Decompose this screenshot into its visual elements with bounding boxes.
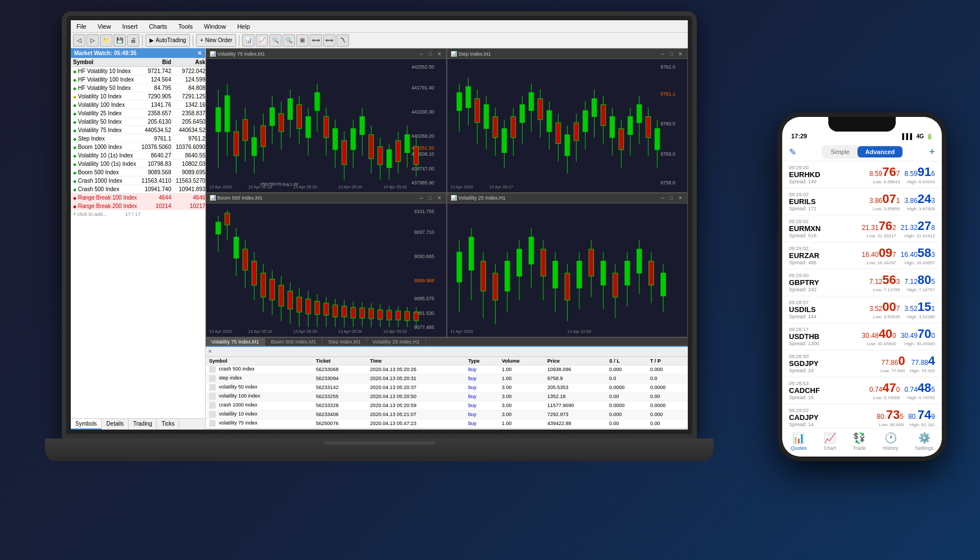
market-row[interactable]: ◆ Range Break 200 Index 10214 10217 [71, 202, 205, 210]
trade-tp: 0.00 [647, 419, 688, 428]
chart-tab-step[interactable]: Step Index,M1 [323, 338, 367, 346]
market-row[interactable]: ◆ Boom 500 Index 9089.568 9089.695 [71, 168, 205, 177]
trade-close-btn[interactable]: ✕ [208, 349, 212, 354]
tab-details[interactable]: Details [102, 419, 129, 430]
market-row[interactable]: ◆ Volatility 100 Index 1341.76 1342.16 [71, 101, 205, 109]
ask-large: 91 [918, 165, 931, 179]
market-row[interactable]: ◆ Volatility 10 Index 7290.905 7291.125 [71, 92, 205, 101]
toolbar-save[interactable]: 💾 [114, 34, 126, 47]
autotrade-btn[interactable]: ▶ AutoTrading [146, 34, 190, 47]
toolbar-zoom1[interactable]: ⟺ [310, 34, 322, 47]
quote-row[interactable]: 09:29:00 GBPTRY Spread: 242 7.12 56 3 Lo… [782, 269, 942, 296]
trade-row[interactable]: volatility 75 index 56250076 2020.04.13 … [206, 419, 688, 428]
market-row[interactable]: ◆ Crash 1000 Index 11563.4110 11563.5270 [71, 177, 205, 185]
quote-row[interactable]: 09:29:02 CADJPY Spread: 14 80. 73 5 Low:… [782, 404, 942, 428]
market-row[interactable]: ◆ HF Volatility 100 Index 124.564 124.59… [71, 75, 205, 84]
tab-symbols[interactable]: Symbols [71, 419, 102, 430]
market-row[interactable]: ◆ Step Index 9761.1 9761.2 [71, 134, 205, 143]
nav-settings[interactable]: ⚙️ Settings [915, 432, 934, 451]
toolbar-fwd[interactable]: ▷ [87, 34, 99, 47]
market-row[interactable]: ◆ Crash 500 Index 10941.740 10941.893 [71, 185, 205, 193]
toolbar-open[interactable]: 📁 [100, 34, 112, 47]
chart-step-max[interactable]: □ [668, 51, 675, 57]
nav-history[interactable]: 🕐 History [883, 432, 899, 451]
quote-left: 09:29:02 EURILS Spread: 172 [789, 192, 816, 211]
menu-insert[interactable]: Insert [119, 22, 141, 31]
market-row[interactable]: ◆ HF Volatility 50 Index 84.795 84.808 [71, 84, 205, 92]
market-ask: 440634.52 [174, 126, 205, 134]
chart-vol75-close[interactable]: ✕ [436, 51, 443, 57]
menu-tools[interactable]: Tools [175, 22, 196, 31]
nav-trade[interactable]: 💱 Trade [853, 432, 866, 451]
chart-tab-vol75[interactable]: Volatility 75 Index,M1 [206, 338, 265, 346]
toolbar-chart2[interactable]: 📈 [256, 34, 268, 47]
trade-row[interactable]: volatility 100 index 56233255 2020.04.13… [206, 392, 688, 401]
market-row[interactable]: ◆ Volatility 25 Index 2358.657 2358.837 [71, 109, 205, 118]
tab-ticks[interactable]: Ticks [157, 419, 179, 430]
toolbar-grid[interactable]: ⊞ [296, 34, 308, 47]
toolbar-print[interactable]: 🖨 [127, 34, 139, 47]
toolbar-zoom-out[interactable]: 🔍 [283, 34, 295, 47]
market-scroll[interactable]: Symbol Bid Ask ◆ HF Volatility 10 Index … [71, 58, 205, 418]
market-row[interactable]: ◆ Volatility 50 Index 205.6130 205.6450 [71, 118, 205, 126]
chart-vol75-min[interactable]: ─ [418, 51, 425, 57]
chart-boom500-close[interactable]: ✕ [436, 195, 443, 201]
quote-row[interactable]: 09:28:50 SGDJPY Spread: 24 77.86 0 Low: … [782, 350, 942, 377]
trade-row[interactable]: step index 56233094 2020.04.13 05:20:31 … [206, 374, 688, 383]
chart-vol25-min[interactable]: ─ [659, 195, 666, 201]
phone-plus-icon[interactable]: + [929, 146, 935, 158]
chart-step-close[interactable]: ✕ [677, 51, 684, 57]
quote-row[interactable]: 09:29:02 EURILS Spread: 172 3.86 07 1 Lo… [782, 188, 942, 215]
trade-row[interactable]: crash 1000 index 56233328 2020.04.13 05:… [206, 401, 688, 410]
chart-vol25-max[interactable]: □ [668, 195, 675, 201]
svg-rect-186 [541, 249, 546, 276]
trade-symbol: volatility 75 index [206, 419, 312, 428]
phone-tab-simple[interactable]: Simple [823, 146, 858, 157]
menu-help[interactable]: Help [234, 22, 253, 31]
chart-vol75-max[interactable]: □ [427, 51, 434, 57]
ask-block: 3.86 24 3 High: 3.87929 [904, 192, 935, 211]
bid-price: 7.12 56 3 [869, 273, 900, 287]
chart-tab-boom500[interactable]: Boom 500 Index,M1 [265, 338, 323, 346]
chart-vol75-title: 📊 Volatility 75 Index,M1 [210, 51, 265, 57]
menu-window[interactable]: Window [201, 22, 229, 31]
tab-trading[interactable]: Trading [129, 419, 157, 430]
chart-step-min[interactable]: ─ [659, 51, 666, 57]
menu-charts[interactable]: Charts [146, 22, 170, 31]
trade-sl: 0.0000 [606, 383, 647, 392]
phone-tab-advanced[interactable]: Advanced [858, 146, 903, 157]
phone-content[interactable]: 09:29:00 EURHKD Spread: 149 8.59 76 7 Lo… [782, 161, 942, 428]
chart-tab-vol25[interactable]: Volatility 25 Index,H1 [367, 338, 426, 346]
nav-chart[interactable]: 📈 Chart [824, 432, 836, 451]
quote-row[interactable]: 09:28:17 USDTHB Spread: 1300 30.48 40 0 … [782, 323, 942, 350]
menu-view[interactable]: View [94, 22, 115, 31]
market-row[interactable]: ◆ Boom 1000 Index 10376.5060 10376.6090 [71, 143, 205, 151]
toolbar-zoom-in[interactable]: 🔍 [269, 34, 282, 47]
phone-edit-icon[interactable]: ✎ [789, 147, 796, 157]
toolbar-chart1[interactable]: 📊 [242, 34, 255, 47]
menu-file[interactable]: File [73, 22, 90, 31]
quote-row[interactable]: 09:28:57 USDILS Spread: 144 3.52 00 7 Lo… [782, 296, 942, 323]
trade-row[interactable]: volatility 10 index 56233406 2020.04.13 … [206, 410, 688, 419]
market-row[interactable]: ◆ HF Volatility 10 Index 9721.742 9722.0… [71, 67, 205, 75]
chart-boom500-max[interactable]: □ [427, 195, 434, 201]
market-row[interactable]: ◆ Volatility 100 (1s) Index 10798.83 108… [71, 160, 205, 168]
market-row[interactable]: ◆ Range Break 100 Index 4644 4646 [71, 193, 205, 202]
market-watch-close[interactable]: ✕ [197, 50, 202, 56]
toolbar-zoom2[interactable]: ⟺ [323, 34, 335, 47]
toolbar-indicator[interactable]: 〽 [337, 34, 349, 47]
nav-quotes[interactable]: 📊 Quotes [791, 432, 807, 451]
svg-rect-92 [574, 123, 579, 141]
new-order-btn[interactable]: + New Order [196, 34, 236, 47]
quote-row[interactable]: 09:29:02 EURMXN Spread: 516 21.31 76 2 L… [782, 215, 942, 242]
quote-row[interactable]: 09:29:00 EURHKD Spread: 149 8.59 76 7 Lo… [782, 161, 942, 188]
trade-row[interactable]: crash 500 index 56233068 2020.04.13 05:2… [206, 365, 688, 374]
quote-row[interactable]: 09:28:53 CADCHF Spread: 15 0.74 47 0 Low… [782, 377, 942, 404]
toolbar-back[interactable]: ◁ [73, 34, 85, 47]
market-row[interactable]: ◆ Volatility 10 (1s) Index 8640.27 8640.… [71, 151, 205, 160]
chart-vol25-close[interactable]: ✕ [677, 195, 684, 201]
chart-boom500-min[interactable]: ─ [418, 195, 425, 201]
trade-row[interactable]: volatility 50 index 56233142 2020.04.13 … [206, 383, 688, 392]
market-row[interactable]: ◆ Volatility 75 Index 440534.52 440634.5… [71, 126, 205, 134]
quote-row[interactable]: 09:29:02 EURZAR Spread: 486 16.40 09 7 L… [782, 242, 942, 269]
